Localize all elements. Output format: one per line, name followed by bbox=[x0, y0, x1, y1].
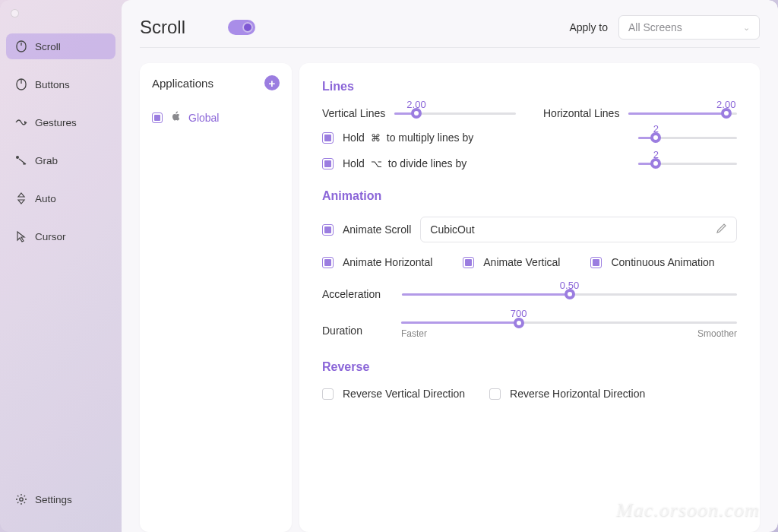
continuous-animation-checkbox[interactable] bbox=[590, 257, 602, 268]
chevron-down-icon: ⌄ bbox=[743, 23, 750, 33]
vertical-lines-slider[interactable]: 2.00 bbox=[394, 112, 516, 115]
svg-marker-7 bbox=[18, 193, 24, 197]
add-application-button[interactable]: + bbox=[264, 75, 280, 90]
divider bbox=[140, 47, 760, 48]
animate-scroll-label: Animate Scroll bbox=[343, 223, 411, 236]
scroll-enable-toggle[interactable] bbox=[228, 20, 255, 35]
command-key-icon: ⌘ bbox=[371, 132, 381, 144]
application-label: Global bbox=[188, 112, 219, 124]
duration-label: Duration bbox=[322, 325, 380, 337]
apply-to-value: All Screens bbox=[628, 21, 682, 33]
mouse-icon bbox=[15, 78, 27, 90]
traffic-light-close[interactable] bbox=[11, 9, 19, 17]
horizontal-lines-label: Horizontal Lines bbox=[543, 107, 619, 119]
sidebar-item-buttons[interactable]: Buttons bbox=[6, 71, 115, 97]
duration-faster-label: Faster bbox=[401, 328, 427, 339]
reverse-horizontal-checkbox[interactable] bbox=[489, 388, 501, 400]
sidebar-item-grab[interactable]: Grab bbox=[6, 147, 115, 173]
reverse-section-title: Reverse bbox=[322, 360, 737, 374]
acceleration-label: Acceleration bbox=[322, 288, 381, 300]
sidebar-label: Buttons bbox=[35, 79, 70, 90]
animate-scroll-value: CubicOut bbox=[430, 223, 474, 236]
apply-to-select[interactable]: All Screens ⌄ bbox=[618, 15, 760, 40]
animation-section-title: Animation bbox=[322, 189, 737, 203]
sidebar-item-scroll[interactable]: Scroll bbox=[6, 33, 115, 59]
page-title: Scroll bbox=[140, 17, 185, 38]
animate-vertical-label: Animate Vertical bbox=[483, 256, 560, 268]
mouse-icon bbox=[15, 40, 27, 52]
applications-title: Applications bbox=[152, 77, 213, 90]
hold-divide-checkbox[interactable] bbox=[322, 158, 334, 169]
sidebar-item-cursor[interactable]: Cursor bbox=[6, 223, 115, 249]
animate-horizontal-checkbox[interactable] bbox=[322, 257, 334, 268]
sidebar-label: Auto bbox=[35, 193, 56, 204]
sidebar-label: Cursor bbox=[35, 231, 66, 242]
sidebar-label: Gestures bbox=[35, 117, 77, 128]
hold-multiply-slider[interactable]: 2 bbox=[638, 137, 737, 139]
cursor-icon bbox=[15, 230, 27, 242]
sidebar-item-settings[interactable]: Settings bbox=[6, 486, 115, 512]
option-key-icon: ⌥ bbox=[371, 158, 382, 169]
sidebar-item-gestures[interactable]: Gestures bbox=[6, 109, 115, 135]
animate-scroll-input[interactable]: CubicOut bbox=[420, 217, 737, 242]
svg-point-5 bbox=[16, 156, 19, 159]
apple-icon bbox=[170, 110, 181, 125]
hold-multiply-label: Hold ⌘ to multiply lines by bbox=[343, 131, 473, 144]
animate-horizontal-label: Animate Horizontal bbox=[343, 256, 432, 268]
settings-card: Lines Vertical Lines 2.00 Horizontal Lin… bbox=[299, 63, 760, 532]
gear-icon bbox=[15, 493, 27, 505]
pencil-icon bbox=[716, 223, 727, 236]
auto-icon bbox=[15, 192, 27, 204]
acceleration-slider[interactable]: 0.50 bbox=[402, 293, 737, 296]
hold-multiply-checkbox[interactable] bbox=[322, 132, 334, 144]
applications-card: Applications + Global bbox=[140, 63, 292, 532]
apply-to-label: Apply to bbox=[569, 21, 608, 33]
reverse-vertical-label: Reverse Vertical Direction bbox=[343, 388, 465, 400]
grab-icon bbox=[15, 154, 27, 166]
animate-scroll-checkbox[interactable] bbox=[322, 224, 334, 236]
duration-slider[interactable]: 700 Faster Smoother bbox=[401, 321, 737, 339]
application-row-global[interactable]: Global bbox=[152, 110, 280, 125]
duration-smoother-label: Smoother bbox=[697, 328, 737, 339]
checkbox-icon[interactable] bbox=[152, 112, 163, 123]
svg-point-9 bbox=[20, 498, 23, 501]
animate-vertical-checkbox[interactable] bbox=[463, 257, 474, 268]
continuous-animation-label: Continuous Animation bbox=[611, 256, 714, 268]
sidebar-label: Settings bbox=[35, 494, 72, 505]
sidebar-label: Scroll bbox=[35, 41, 61, 52]
reverse-vertical-checkbox[interactable] bbox=[322, 388, 334, 400]
main-panel: Scroll Apply to All Screens ⌄ Applicatio… bbox=[122, 0, 778, 532]
gesture-icon bbox=[15, 116, 27, 128]
sidebar-item-auto[interactable]: Auto bbox=[6, 185, 115, 211]
vertical-lines-label: Vertical Lines bbox=[322, 107, 385, 119]
hold-divide-slider[interactable]: 2 bbox=[638, 163, 737, 165]
horizontal-lines-slider[interactable]: 2.00 bbox=[628, 112, 737, 115]
svg-marker-8 bbox=[18, 200, 24, 204]
reverse-horizontal-label: Reverse Horizontal Direction bbox=[510, 388, 645, 400]
header: Scroll Apply to All Screens ⌄ bbox=[140, 15, 760, 40]
hold-divide-label: Hold ⌥ to divide lines by bbox=[343, 157, 466, 169]
lines-section-title: Lines bbox=[322, 80, 737, 93]
sidebar: Scroll Buttons Gestures Grab Auto bbox=[0, 0, 122, 532]
sidebar-label: Grab bbox=[35, 155, 58, 166]
